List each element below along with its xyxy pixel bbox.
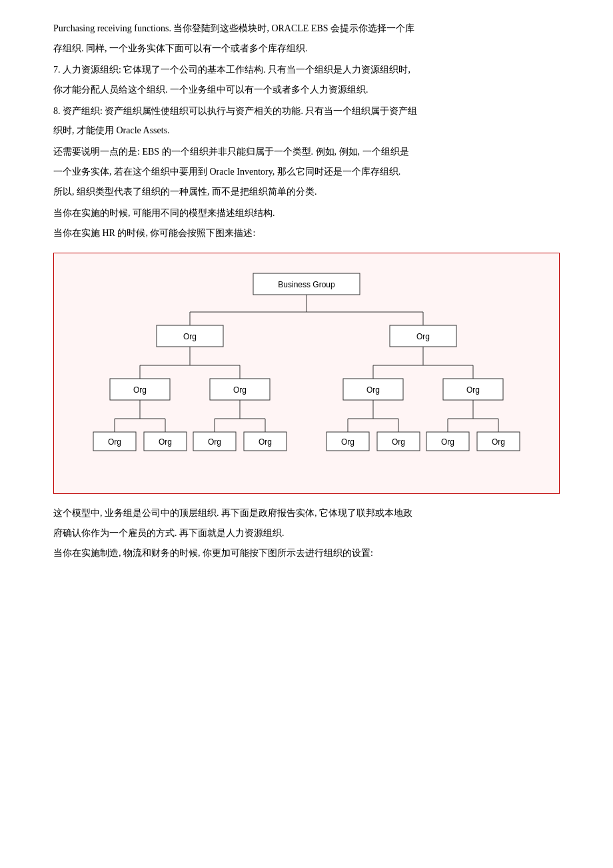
para4-line1: 还需要说明一点的是: EBS 的一个组织并非只能归属于一个类型. 例如, 例如,…	[53, 143, 560, 161]
svg-text:Org: Org	[183, 332, 197, 341]
para1-line2: 存组织. 同样, 一个业务实体下面可以有一个或者多个库存组织.	[53, 40, 560, 57]
paragraph-hr-org: 7. 人力资源组织: 它体现了一个公司的基本工作结构. 只有当一个组织是人力资源…	[53, 61, 560, 99]
svg-text:Org: Org	[341, 437, 354, 447]
para2-line1: 7. 人力资源组织: 它体现了一个公司的基本工作结构. 只有当一个组织是人力资源…	[53, 61, 560, 79]
svg-text:Org: Org	[366, 385, 380, 395]
bottom-line3: 当你在实施制造, 物流和财务的时候, 你更加可能按下图所示去进行组织的设置:	[53, 545, 560, 562]
svg-text:Org: Org	[416, 332, 430, 341]
svg-text:Org: Org	[492, 437, 505, 447]
svg-text:Org: Org	[208, 437, 221, 447]
para5: 当你在实施的时候, 可能用不同的模型来描述组织结构.	[53, 205, 560, 222]
para1-line1: Purchasing receiving functions. 当你登陆到这些模…	[53, 20, 560, 37]
svg-text:Org: Org	[133, 385, 147, 395]
svg-text:Org: Org	[441, 437, 454, 447]
bottom-line2: 府确认你作为一个雇员的方式. 再下面就是人力资源组织.	[53, 525, 560, 542]
svg-text:Business Group: Business Group	[278, 280, 335, 289]
para3-line2: 织时, 才能使用 Oracle Assets.	[53, 122, 560, 139]
svg-text:Org: Org	[159, 437, 172, 447]
bottom-line1: 这个模型中, 业务组是公司中的顶层组织. 再下面是政府报告实体, 它体现了联邦或…	[53, 505, 560, 522]
paragraph-model-intro: 当你在实施的时候, 可能用不同的模型来描述组织结构. 当你在实施 HR 的时候,…	[53, 205, 560, 242]
org-chart-diagram: Business Group Org Org Org Org	[53, 253, 560, 494]
paragraph-asset-org: 8. 资产组织: 资产组织属性使组织可以执行与资产相关的功能. 只有当一个组织属…	[53, 103, 560, 140]
svg-text:Org: Org	[466, 385, 480, 395]
svg-text:Org: Org	[392, 437, 405, 447]
para6: 当你在实施 HR 的时候, 你可能会按照下图来描述:	[53, 225, 560, 242]
para4-line2: 一个业务实体, 若在这个组织中要用到 Oracle Inventory, 那么它…	[53, 163, 560, 181]
svg-text:Org: Org	[108, 437, 121, 447]
org-chart-svg: Business Group Org Org Org Org	[73, 267, 540, 480]
svg-text:Org: Org	[233, 385, 247, 395]
bottom-paragraph: 这个模型中, 业务组是公司中的顶层组织. 再下面是政府报告实体, 它体现了联邦或…	[53, 505, 560, 562]
svg-text:Org: Org	[259, 437, 272, 447]
para4-line3: 所以, 组织类型代表了组织的一种属性, 而不是把组织简单的分类.	[53, 183, 560, 201]
para3-line1: 8. 资产组织: 资产组织属性使组织可以执行与资产相关的功能. 只有当一个组织属…	[53, 103, 560, 120]
para2-line2: 你才能分配人员给这个组织. 一个业务组中可以有一个或者多个人力资源组织.	[53, 81, 560, 99]
page-content: Purchasing receiving functions. 当你登陆到这些模…	[53, 20, 560, 561]
paragraph-purchasing: Purchasing receiving functions. 当你登陆到这些模…	[53, 20, 560, 57]
paragraph-note: 还需要说明一点的是: EBS 的一个组织并非只能归属于一个类型. 例如, 例如,…	[53, 143, 560, 201]
